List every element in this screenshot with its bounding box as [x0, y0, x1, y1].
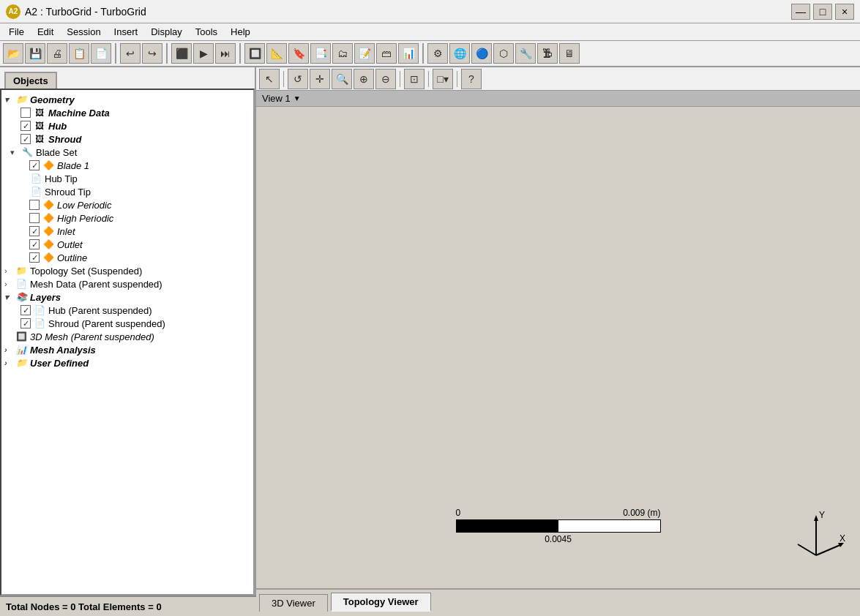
toolbar-btn21[interactable]: 🔵	[471, 43, 492, 64]
tree-item-outline[interactable]: 🔶 Outline	[3, 251, 252, 264]
tree-item-outlet[interactable]: 🔶 Outlet	[3, 238, 252, 251]
toolbar-btn10[interactable]: ⏭	[215, 43, 236, 64]
vp-help-btn[interactable]: ?	[461, 69, 482, 89]
viewport-canvas[interactable]: 0 0.009 (m) 0.0045	[256, 107, 860, 588]
toolbar-redo-btn[interactable]: ↪	[142, 43, 162, 64]
machine-data-label: Machine Data	[48, 108, 110, 119]
toolbar-btn18[interactable]: 📊	[398, 43, 419, 64]
mesh-data-label: Mesh Data (Parent suspended)	[30, 279, 162, 290]
toolbar-btn4[interactable]: 📋	[69, 43, 89, 64]
toolbar-open-btn[interactable]: 📂	[3, 43, 23, 64]
toolbar-btn9[interactable]: ▶	[193, 43, 214, 64]
maximize-button[interactable]: □	[813, 4, 832, 20]
toolbar-btn16[interactable]: 📝	[354, 43, 375, 64]
toolbar-btn24[interactable]: 🗜	[537, 43, 558, 64]
expand-layers[interactable]: ▾	[4, 293, 15, 302]
checkbox-machine-data[interactable]	[20, 108, 31, 118]
tree-item-hub-tip[interactable]: 📄 Hub Tip	[3, 172, 252, 185]
checkbox-hub[interactable]	[20, 121, 31, 131]
vp-fit-btn[interactable]: ⊡	[404, 69, 425, 89]
tree-item-blade-set[interactable]: ▾ 🔧 Blade Set	[3, 146, 252, 159]
toolbar-btn25[interactable]: 🖥	[559, 43, 580, 64]
tree-container[interactable]: ▾ 📁 Geometry 🖼 Machine Data 🖼 Hub	[0, 89, 255, 596]
hub-label: Hub	[48, 121, 67, 132]
vp-select-btn[interactable]: ↖	[259, 69, 280, 89]
vp-zoom-in-btn[interactable]: ⊕	[354, 69, 374, 89]
minimize-button[interactable]: —	[791, 4, 810, 20]
toolbar-btn17[interactable]: 🗃	[376, 43, 397, 64]
toolbar-btn12[interactable]: 📐	[266, 43, 287, 64]
expand-topology-set[interactable]: ›	[4, 266, 15, 275]
checkbox-shroud[interactable]	[20, 134, 31, 144]
menu-item-display[interactable]: Display	[145, 25, 188, 39]
tree-item-low-periodic[interactable]: 🔶 Low Periodic	[3, 198, 252, 211]
checkbox-inlet[interactable]	[29, 226, 40, 236]
expand-mesh-analysis[interactable]: ›	[4, 345, 15, 354]
low-periodic-icon: 🔶	[42, 199, 55, 211]
toolbar-btn8[interactable]: ⬛	[171, 43, 192, 64]
expand-user-defined[interactable]: ›	[4, 358, 15, 367]
toolbar-print-btn[interactable]: 🖨	[47, 43, 67, 64]
tree-item-hub[interactable]: 🖼 Hub	[3, 119, 252, 132]
vp-rotate-btn[interactable]: ↺	[288, 69, 308, 89]
toolbar-btn5[interactable]: 📄	[91, 43, 111, 64]
checkbox-blade1[interactable]	[29, 160, 40, 170]
toolbar-btn23[interactable]: 🔧	[515, 43, 536, 64]
toolbar-btn22[interactable]: ⬡	[493, 43, 514, 64]
tree-item-inlet[interactable]: 🔶 Inlet	[3, 225, 252, 238]
tab-topology-viewer[interactable]: Topology Viewer	[331, 593, 431, 612]
tree-item-user-defined[interactable]: › 📁 User Defined	[3, 356, 252, 369]
vp-pan-btn[interactable]: ✛	[310, 69, 330, 89]
tree-item-topology-set[interactable]: › 📁 Topology Set (Suspended)	[3, 264, 252, 277]
hub-icon: 🖼	[33, 120, 46, 132]
checkbox-shroud-layer[interactable]	[20, 318, 31, 328]
menu-item-tools[interactable]: Tools	[190, 25, 223, 39]
vp-zoom-btn[interactable]: 🔍	[332, 69, 352, 89]
inlet-icon: 🔶	[42, 225, 55, 237]
menu-item-insert[interactable]: Insert	[108, 25, 144, 39]
tree-item-high-periodic[interactable]: 🔶 High Periodic	[3, 211, 252, 225]
toolbar-btn13[interactable]: 🔖	[288, 43, 309, 64]
vp-zoom-out-btn[interactable]: ⊖	[375, 69, 396, 89]
hub-tip-icon: 📄	[29, 173, 42, 184]
tree-item-hub-layer[interactable]: 📄 Hub (Parent suspended)	[3, 304, 252, 317]
toolbar-btn11[interactable]: 🔲	[244, 43, 265, 64]
expand-blade-set[interactable]: ▾	[10, 148, 20, 157]
tree-item-machine-data[interactable]: 🖼 Machine Data	[3, 106, 252, 119]
toolbar-undo-btn[interactable]: ↩	[120, 43, 141, 64]
3d-mesh-icon: 🔲	[15, 331, 28, 342]
view-dropdown-icon[interactable]: ▼	[293, 94, 301, 102]
menu-item-session[interactable]: Session	[61, 25, 106, 39]
checkbox-hub-layer[interactable]	[20, 305, 31, 315]
tree-item-mesh-analysis[interactable]: › 📊 Mesh Analysis	[3, 343, 252, 356]
title-controls: — □ ×	[791, 4, 854, 20]
toolbar-btn15[interactable]: 🗂	[332, 43, 353, 64]
checkbox-low-periodic[interactable]	[29, 200, 40, 210]
tab-3d-viewer[interactable]: 3D Viewer	[259, 594, 328, 612]
menu-item-help[interactable]: Help	[225, 25, 256, 39]
tree-item-shroud-layer[interactable]: 📄 Shroud (Parent suspended)	[3, 317, 252, 330]
menu-item-edit[interactable]: Edit	[31, 25, 59, 39]
toolbar-save-btn[interactable]: 💾	[25, 43, 45, 64]
vp-view-mode-btn[interactable]: □▾	[433, 69, 453, 89]
expand-3d-mesh	[4, 332, 15, 341]
menu-item-file[interactable]: File	[3, 25, 30, 39]
tree-item-geometry[interactable]: ▾ 📁 Geometry	[3, 93, 252, 106]
toolbar-sep1	[115, 43, 116, 64]
expand-geometry[interactable]: ▾	[4, 95, 15, 105]
toolbar-btn19[interactable]: ⚙	[427, 43, 448, 64]
expand-mesh-data[interactable]: ›	[4, 279, 15, 288]
checkbox-outline[interactable]	[29, 252, 40, 263]
tree-item-shroud[interactable]: 🖼 Shroud	[3, 132, 252, 146]
tree-item-shroud-tip[interactable]: 📄 Shroud Tip	[3, 185, 252, 198]
toolbar-btn14[interactable]: 📑	[310, 43, 331, 64]
close-button[interactable]: ×	[835, 4, 854, 20]
toolbar-btn20[interactable]: 🌐	[449, 43, 470, 64]
checkbox-outlet[interactable]	[29, 239, 40, 249]
tree-item-blade1[interactable]: 🔶 Blade 1	[3, 159, 252, 172]
tree-item-mesh-data[interactable]: › 📄 Mesh Data (Parent suspended)	[3, 277, 252, 290]
checkbox-high-periodic[interactable]	[29, 213, 40, 223]
tree-item-3d-mesh[interactable]: 🔲 3D Mesh (Parent suspended)	[3, 330, 252, 343]
tree-item-layers[interactable]: ▾ 📚 Layers	[3, 290, 252, 304]
objects-tab[interactable]: Objects	[4, 72, 57, 89]
